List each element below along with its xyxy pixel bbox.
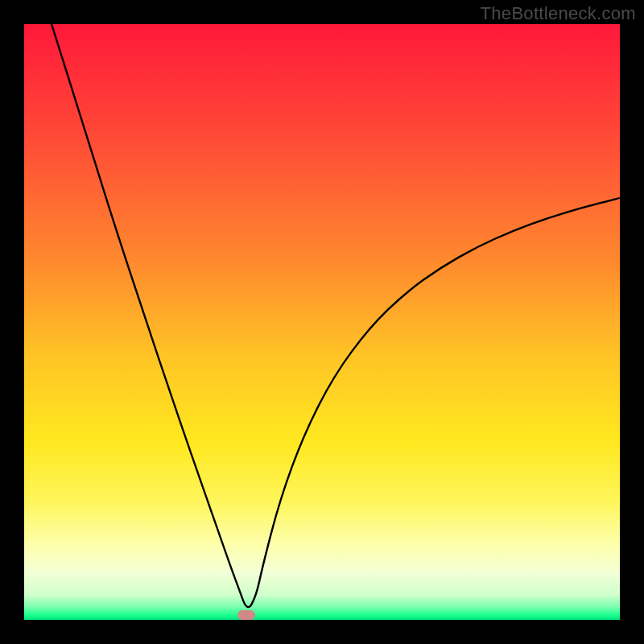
chart-frame: TheBottleneck.com (0, 0, 644, 644)
gradient-background (24, 24, 620, 620)
chart-plot (24, 24, 620, 620)
optimum-marker (237, 610, 255, 620)
watermark-text: TheBottleneck.com (481, 3, 636, 24)
